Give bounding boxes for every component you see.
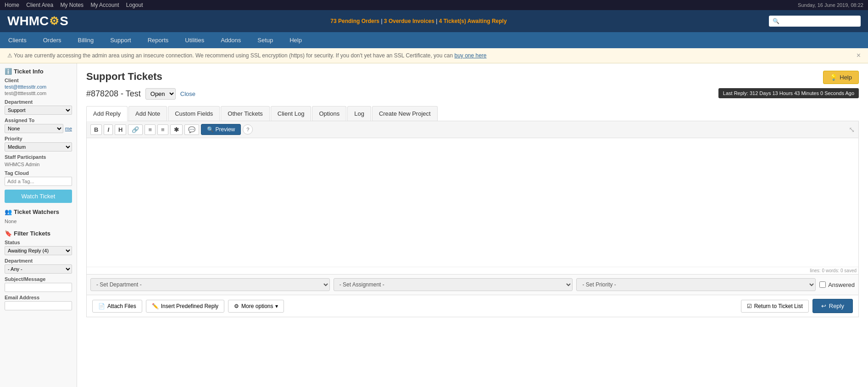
email-address-input[interactable] xyxy=(5,301,72,310)
nav-client-area[interactable]: Client Area xyxy=(26,2,53,8)
resize-icon[interactable]: ⤡ xyxy=(849,125,855,134)
main-content: Support Tickets 💡 Help #878208 - Test Op… xyxy=(77,63,868,387)
nav-clients[interactable]: Clients xyxy=(0,32,35,48)
ticket-tabs: Add Reply Add Note Custom Fields Other T… xyxy=(86,106,859,121)
action-right: ☑ Return to Ticket List ↩ Reply xyxy=(741,299,853,313)
set-department-select[interactable]: - Set Department - xyxy=(90,278,330,291)
tab-log[interactable]: Log xyxy=(347,106,371,121)
header-alerts: 73 Pending Orders | 3 Overdue Invoices |… xyxy=(330,18,506,24)
nav-addons[interactable]: Addons xyxy=(212,32,249,48)
assigned-to-select[interactable]: None xyxy=(5,124,63,133)
preview-icon: 🔍 xyxy=(207,126,214,133)
status-filter-select[interactable]: Awaiting Reply (4) xyxy=(5,246,72,255)
answered-checkbox-group: Answered xyxy=(819,281,855,288)
main-layout: ℹ️ Ticket Info Client test@ttttessttr.co… xyxy=(0,63,868,387)
watchers-icon: 👥 xyxy=(5,208,12,215)
ticket-info-title: ℹ️ Ticket Info xyxy=(5,68,72,75)
insert-predefined-button[interactable]: ✏️ Insert Predefined Reply xyxy=(146,300,224,313)
department-filter-label: Department xyxy=(5,258,72,264)
attach-files-button[interactable]: 📄 Attach Files xyxy=(92,300,142,313)
alert-close-icon[interactable]: × xyxy=(857,51,861,60)
nav-reports[interactable]: Reports xyxy=(139,32,177,48)
nav-setup[interactable]: Setup xyxy=(249,32,281,48)
close-ticket-link[interactable]: Close xyxy=(180,90,195,97)
quote-button[interactable]: 💬 xyxy=(184,124,199,135)
sidebar: ℹ️ Ticket Info Client test@ttttessttr.co… xyxy=(0,63,77,387)
answered-checkbox[interactable] xyxy=(819,281,826,288)
department-select[interactable]: Support xyxy=(5,106,72,115)
link-button[interactable]: 🔗 xyxy=(128,124,143,135)
nav-logout[interactable]: Logout xyxy=(126,2,143,8)
attach-icon: 📄 xyxy=(98,303,105,309)
nav-help[interactable]: Help xyxy=(281,32,310,48)
pending-orders-count: 73 xyxy=(330,18,336,24)
department-filter-select[interactable]: - Any - xyxy=(5,264,72,274)
staff-participants-label: Staff Participants xyxy=(5,154,72,160)
nav-home[interactable]: Home xyxy=(5,2,19,8)
more-options-button[interactable]: ⚙ More options ▾ xyxy=(228,300,284,313)
client-email1-link[interactable]: test@ttttessttr.com xyxy=(5,84,72,90)
heading-button[interactable]: H xyxy=(115,124,126,135)
buy-ssl-link[interactable]: buy one here xyxy=(454,52,486,59)
priority-label: Priority xyxy=(5,136,72,141)
reply-button[interactable]: ↩ Reply xyxy=(812,299,853,313)
nav-billing[interactable]: Billing xyxy=(69,32,102,48)
tab-client-log[interactable]: Client Log xyxy=(271,106,312,121)
department-label: Department xyxy=(5,99,72,105)
nav-my-notes[interactable]: My Notes xyxy=(60,2,83,8)
subject-message-input[interactable] xyxy=(5,283,72,292)
set-assignment-select[interactable]: - Set Assignment - xyxy=(334,278,573,291)
tab-add-reply[interactable]: Add Reply xyxy=(86,106,128,121)
nav-support[interactable]: Support xyxy=(102,32,139,48)
staff-name: WHMCS Admin xyxy=(5,162,39,167)
nav-my-account[interactable]: My Account xyxy=(90,2,119,8)
client-email2: test@ttttessttt.com xyxy=(5,90,46,96)
filter-tickets-section: 🔖 Filter Tickets Status Awaiting Reply (… xyxy=(5,230,72,310)
info-icon: ℹ️ xyxy=(5,68,12,75)
ticket-status-select[interactable]: Open xyxy=(145,88,176,100)
me-link[interactable]: me xyxy=(65,126,72,131)
priority-select[interactable]: Medium xyxy=(5,142,72,151)
bold-button[interactable]: B xyxy=(90,124,102,135)
tab-other-tickets[interactable]: Other Tickets xyxy=(221,106,270,121)
set-priority-select[interactable]: - Set Priority - xyxy=(576,278,816,291)
last-reply-tooltip: Last Reply: 312 Days 13 Hours 43 Minutes… xyxy=(718,88,859,98)
watch-ticket-button[interactable]: Watch Ticket xyxy=(5,190,72,203)
top-navigation: Home Client Area My Notes My Account Log… xyxy=(0,0,868,10)
overdue-invoices-count: 3 xyxy=(384,18,387,24)
tag-input[interactable] xyxy=(5,177,72,186)
tab-create-new-project[interactable]: Create New Project xyxy=(372,106,438,121)
filter-icon: 🔖 xyxy=(5,230,12,237)
check-icon: ☑ xyxy=(747,303,752,309)
help-btn-icon: 💡 xyxy=(830,74,837,81)
editor-help-button[interactable]: ? xyxy=(243,124,253,135)
editor-container: B I H 🔗 ≡ ≡ ✱ 💬 🔍 Preview ? ⤡ lines: 0 w… xyxy=(86,121,859,275)
tab-custom-fields[interactable]: Custom Fields xyxy=(168,106,220,121)
logo-text-whm: WHMC xyxy=(7,14,49,28)
email-address-label: Email Address xyxy=(5,295,72,300)
editor-body[interactable] xyxy=(87,138,858,267)
status-filter-label: Status xyxy=(5,240,72,245)
alert-message: ⚠ You are currently accessing the admin … xyxy=(7,52,453,59)
search-input[interactable] xyxy=(769,16,861,27)
logo-gear-icon: ⚙ xyxy=(49,15,59,28)
unordered-list-button[interactable]: ≡ xyxy=(145,124,156,135)
client-label: Client xyxy=(5,78,72,83)
gear-icon: ⚙ xyxy=(234,303,239,309)
watchers-none: None xyxy=(5,219,17,224)
help-button[interactable]: 💡 Help xyxy=(823,71,859,84)
nav-orders[interactable]: Orders xyxy=(35,32,70,48)
tab-add-note[interactable]: Add Note xyxy=(128,106,167,121)
logo: WHMC⚙S xyxy=(7,14,68,28)
pending-orders-label: Pending Orders xyxy=(338,18,379,24)
tab-options[interactable]: Options xyxy=(312,106,346,121)
action-bar: 📄 Attach Files ✏️ Insert Predefined Repl… xyxy=(86,295,859,317)
preview-button[interactable]: 🔍 Preview xyxy=(201,124,241,135)
header: WHMC⚙S 73 Pending Orders | 3 Overdue Inv… xyxy=(0,10,868,32)
asterisk-button[interactable]: ✱ xyxy=(170,124,183,135)
italic-button[interactable]: I xyxy=(104,124,113,135)
return-to-list-button[interactable]: ☑ Return to Ticket List xyxy=(741,300,809,313)
overdue-invoices-label: Overdue Invoices xyxy=(389,18,434,24)
ordered-list-button[interactable]: ≡ xyxy=(157,124,168,135)
nav-utilities[interactable]: Utilities xyxy=(177,32,212,48)
